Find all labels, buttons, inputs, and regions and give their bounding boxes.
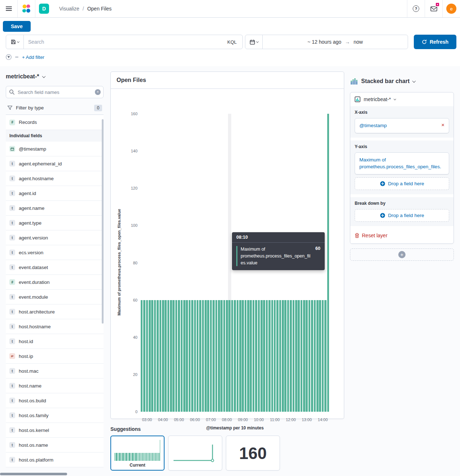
chart-bar[interactable]	[290, 300, 292, 412]
y-axis-dimension[interactable]: Maximum of prometheus.process_files_open…	[355, 152, 449, 174]
chart-bar[interactable]	[228, 300, 231, 412]
chart-bar[interactable]	[205, 300, 207, 412]
chart-bar[interactable]	[189, 300, 191, 412]
field-item[interactable]: event.duration	[6, 275, 104, 290]
remove-dimension-button[interactable]	[440, 122, 444, 127]
chart-bar[interactable]	[231, 300, 233, 412]
suggestion-current-card[interactable]: Current	[110, 436, 165, 471]
space-switcher-button[interactable]: D	[35, 0, 53, 17]
kql-language-button[interactable]: KQL	[222, 35, 242, 49]
chart-bar[interactable]	[141, 300, 143, 412]
chart-bar[interactable]	[306, 300, 308, 412]
chart-bar[interactable]	[284, 300, 286, 412]
chart-bar[interactable]	[159, 300, 162, 412]
chart-bar[interactable]	[271, 300, 273, 412]
chart-bar[interactable]	[194, 300, 196, 412]
field-item[interactable]: host.hostname	[6, 319, 104, 334]
chart-bar[interactable]	[146, 300, 148, 412]
chart-bar[interactable]	[226, 300, 228, 412]
field-item[interactable]: host.os.name	[6, 438, 104, 453]
time-range-button[interactable]: ~ 12 hours ago → now	[263, 35, 408, 49]
chart-bar[interactable]	[319, 300, 321, 412]
field-item[interactable]: host.os.kernel	[6, 423, 104, 438]
chart-bar[interactable]	[178, 300, 180, 412]
chart-bar[interactable]	[167, 300, 170, 412]
chart-bar[interactable]	[268, 300, 271, 412]
chart-bar[interactable]	[276, 300, 279, 412]
chart-bar[interactable]	[218, 300, 220, 412]
chart-bar[interactable]	[191, 300, 193, 412]
field-search-input[interactable]	[6, 86, 104, 98]
chart-bar[interactable]	[274, 300, 276, 412]
suggestion-metric-card[interactable]: 160	[226, 436, 280, 471]
chart-bar[interactable]	[258, 300, 260, 412]
chart-bar[interactable]	[143, 300, 145, 412]
chart-bar[interactable]	[220, 300, 223, 412]
y-axis-drop-target[interactable]: Drop a field here	[355, 177, 449, 190]
field-item[interactable]: ecs.version	[6, 245, 104, 260]
field-item[interactable]: event.dataset	[6, 260, 104, 275]
field-item[interactable]: agent.type	[6, 216, 104, 230]
chart-bar[interactable]	[308, 300, 311, 412]
chart-bar[interactable]	[255, 300, 257, 412]
field-item[interactable]: agent.name	[6, 201, 104, 216]
chart-bar[interactable]	[165, 300, 167, 412]
field-item[interactable]: host.mac	[6, 364, 104, 378]
elastic-logo[interactable]	[18, 0, 35, 17]
chart-bar[interactable]	[197, 300, 199, 412]
chart-bar[interactable]	[162, 300, 164, 412]
horizontal-scrollbar[interactable]	[0, 473, 67, 475]
field-item[interactable]: agent.hostname	[6, 171, 104, 186]
records-field-item[interactable]: Records	[6, 115, 104, 130]
chart-bar[interactable]	[303, 300, 305, 412]
chart-bar[interactable]	[263, 300, 265, 412]
index-pattern-switcher[interactable]: metricbeat-*	[6, 72, 104, 82]
field-item[interactable]: agent.version	[6, 230, 104, 245]
chart-bar[interactable]	[181, 300, 183, 412]
refresh-button[interactable]: Refresh	[414, 35, 456, 49]
chart-bar[interactable]	[213, 300, 215, 412]
breadcrumb-visualize[interactable]: Visualize	[59, 6, 79, 12]
chart-bar[interactable]	[149, 300, 151, 412]
suggestion-line-chart-card[interactable]	[168, 436, 222, 471]
field-item[interactable]: host.os.platform	[6, 453, 104, 467]
chart-bar[interactable]	[199, 300, 201, 412]
chart-bar[interactable]	[314, 300, 316, 412]
chart-bar[interactable]	[253, 300, 255, 412]
layer-index-pattern-button[interactable]: metricbeat-*	[350, 92, 454, 106]
newsfeed-button[interactable]	[425, 0, 442, 17]
field-item[interactable]: host.id	[6, 334, 104, 349]
user-menu-button[interactable]: e	[443, 0, 460, 17]
menu-button[interactable]	[0, 0, 17, 17]
chart-bar[interactable]	[298, 300, 300, 412]
chart-bar[interactable]	[157, 300, 159, 412]
chart-bar[interactable]	[215, 300, 218, 412]
chart-bar[interactable]	[223, 300, 225, 412]
chart-bar[interactable]	[282, 300, 284, 412]
chart-bar[interactable]	[295, 300, 297, 412]
chart-bar[interactable]	[154, 300, 156, 412]
filter-by-type-button[interactable]: Filter by type 0	[6, 101, 104, 115]
field-item[interactable]: event.module	[6, 290, 104, 304]
field-item[interactable]: agent.id	[6, 186, 104, 201]
chart-bar[interactable]	[266, 300, 268, 412]
chart-bar[interactable]	[301, 300, 303, 412]
chart-bar[interactable]	[293, 300, 295, 412]
chart-bar[interactable]	[151, 300, 153, 412]
chart-bar[interactable]	[175, 300, 178, 412]
chart-bar[interactable]	[247, 300, 249, 412]
field-item[interactable]: host.os.family	[6, 408, 104, 423]
saved-query-menu-button[interactable]	[6, 35, 24, 49]
chart-bar[interactable]	[210, 300, 212, 412]
field-item[interactable]: host.ip	[6, 349, 104, 364]
add-filter-button[interactable]: + Add filter	[22, 55, 44, 60]
help-button[interactable]	[407, 0, 425, 17]
chart-bar[interactable]	[170, 300, 172, 412]
chart-bar[interactable]	[237, 300, 239, 412]
chart-bar[interactable]	[327, 114, 329, 412]
add-layer-button[interactable]	[398, 251, 406, 258]
chart-bar[interactable]	[234, 300, 236, 412]
chart-bar[interactable]	[279, 300, 281, 412]
chart-bar[interactable]	[316, 300, 319, 412]
chart-bar[interactable]	[245, 300, 247, 412]
